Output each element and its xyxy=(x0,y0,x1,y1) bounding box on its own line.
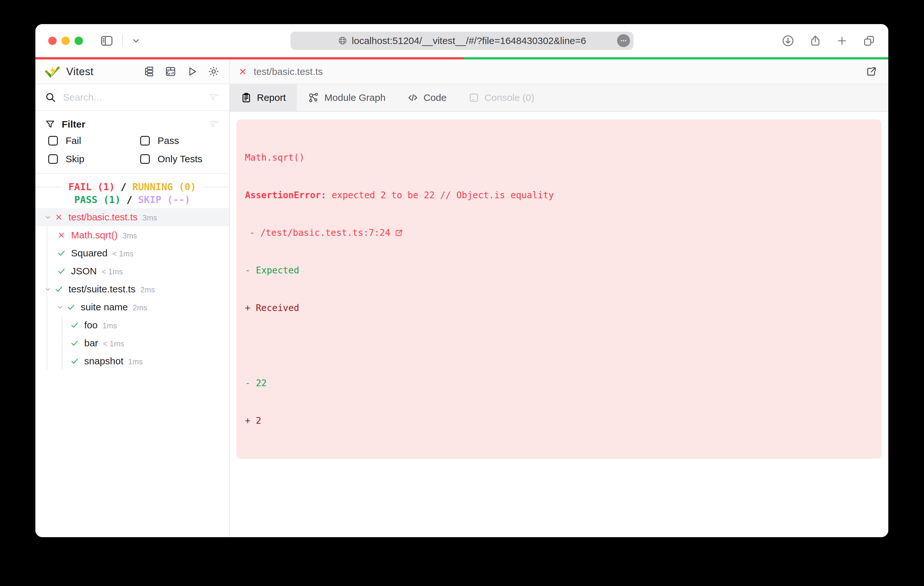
sidebar: Vitest Filter xyxy=(35,59,230,537)
tab-label: Module Graph xyxy=(324,92,386,103)
checkbox-label: Only Tests xyxy=(158,153,203,165)
pass-icon xyxy=(53,285,64,294)
run-all-tests-icon[interactable] xyxy=(186,66,198,77)
tab-overview-icon[interactable] xyxy=(863,35,875,47)
search-bar xyxy=(35,84,229,111)
tree-item-label: test/basic.test.ts xyxy=(68,212,138,223)
theme-toggle-icon[interactable] xyxy=(208,66,219,77)
downloads-icon[interactable] xyxy=(782,35,794,47)
traffic-lights xyxy=(48,37,83,45)
filter-option-only-tests[interactable]: Only Tests xyxy=(140,154,219,164)
close-window-button[interactable] xyxy=(48,37,56,45)
tree-item-json[interactable]: JSON < 1ms xyxy=(35,262,229,280)
test-tree: test/basic.test.ts 3ms Math.sqrt() 3ms S… xyxy=(35,208,229,537)
fail-checkbox[interactable] xyxy=(48,136,58,145)
fail-icon xyxy=(56,231,67,239)
clear-filter-icon[interactable] xyxy=(209,119,219,130)
tree-item-suite-test-file[interactable]: test/suite.test.ts 2ms xyxy=(35,280,229,298)
checkbox-label: Pass xyxy=(158,135,179,146)
ellipsis-icon[interactable] xyxy=(617,35,630,47)
stack-location[interactable]: - /test/basic.test.ts:7:24 xyxy=(249,227,390,239)
diff-blank-line xyxy=(245,339,873,352)
chevron-down-icon[interactable] xyxy=(131,36,141,46)
pass-icon xyxy=(69,339,80,347)
chevron-down-icon[interactable] xyxy=(43,213,53,221)
error-test-title: Math.sqrt() xyxy=(245,151,873,164)
tree-item-label: suite name xyxy=(81,302,128,313)
tree-item-basic-test-file[interactable]: test/basic.test.ts 3ms xyxy=(35,208,229,226)
dashboard-icon[interactable] xyxy=(165,66,177,77)
tree-item-foo[interactable]: foo 1ms xyxy=(35,316,229,334)
filter-option-skip[interactable]: Skip xyxy=(48,154,140,164)
filter-option-fail[interactable]: Fail xyxy=(48,136,140,146)
pass-icon xyxy=(69,321,80,330)
tree-item-snapshot[interactable]: snapshot 1ms xyxy=(35,352,229,370)
tree-item-bar[interactable]: bar < 1ms xyxy=(35,334,229,352)
search-input[interactable] xyxy=(63,92,209,103)
summary-line-1: FAIL (1) / RUNNING (0) xyxy=(35,180,229,193)
tree-item-label: Math.sqrt() xyxy=(71,230,118,240)
minimize-window-button[interactable] xyxy=(61,37,70,45)
tab-label: Console (0) xyxy=(485,92,535,103)
tree-item-duration: 1ms xyxy=(102,321,117,330)
tab-label: Code xyxy=(423,92,447,103)
url-text: localhost:51204/__vitest__/#/?file=16484… xyxy=(352,35,586,46)
pass-icon xyxy=(56,249,67,258)
sidebar-toggle-icon[interactable] xyxy=(100,34,114,48)
test-progress-bar xyxy=(35,57,888,59)
tab-module-graph[interactable]: Module Graph xyxy=(297,84,396,111)
chevron-down-icon[interactable] xyxy=(54,303,66,311)
filter-option-pass[interactable]: Pass xyxy=(140,136,219,146)
pass-icon xyxy=(66,303,76,312)
tree-item-duration: < 1ms xyxy=(112,249,134,258)
browser-toolbar: localhost:51204/__vitest__/#/?file=16484… xyxy=(35,24,888,57)
tree-view-toggle-icon[interactable] xyxy=(143,66,155,77)
chevron-down-icon[interactable] xyxy=(43,285,53,293)
tree-item-label: bar xyxy=(84,337,98,349)
diff-expected-label: - Expected xyxy=(245,264,873,277)
code-icon xyxy=(408,92,418,103)
filter-title: Filter xyxy=(62,119,85,130)
address-bar[interactable]: localhost:51204/__vitest__/#/?file=16484… xyxy=(290,31,634,50)
pass-count: PASS (1) xyxy=(74,194,121,205)
running-count: RUNNING (0) xyxy=(132,181,196,193)
tree-item-duration: 2ms xyxy=(140,285,155,294)
tree-item-label: test/suite.test.ts xyxy=(68,284,135,295)
search-icon xyxy=(45,92,56,103)
new-tab-icon[interactable] xyxy=(836,35,848,46)
diff-expected-value: - 22 xyxy=(245,377,873,389)
pass-checkbox[interactable] xyxy=(140,136,150,145)
error-panel: Math.sqrt() AssertionError: expected 2 t… xyxy=(236,120,881,459)
tree-item-math-sqrt[interactable]: Math.sqrt() 3ms xyxy=(35,226,229,244)
pass-icon xyxy=(69,357,80,365)
tab-console[interactable]: Console (0) xyxy=(457,84,545,111)
progress-fail-segment xyxy=(35,57,464,59)
fail-count: FAIL (1) xyxy=(68,181,115,193)
tree-item-label: JSON xyxy=(71,266,97,277)
tab-code[interactable]: Code xyxy=(396,84,457,111)
tree-item-squared[interactable]: Squared < 1ms xyxy=(35,244,229,262)
tab-report[interactable]: Report xyxy=(230,84,297,111)
pass-icon xyxy=(56,267,67,276)
open-in-editor-icon[interactable] xyxy=(865,66,878,78)
clear-filter-icon[interactable] xyxy=(209,92,219,103)
zoom-window-button[interactable] xyxy=(74,37,83,45)
tree-item-label: Squared xyxy=(71,248,107,258)
toolbar-divider xyxy=(122,35,123,47)
vitest-logo-icon xyxy=(45,64,60,79)
error-stack-line: - /test/basic.test.ts:7:24 xyxy=(245,227,873,239)
share-icon[interactable] xyxy=(809,35,822,47)
open-in-editor-icon[interactable] xyxy=(394,229,403,237)
fail-icon xyxy=(238,67,247,76)
console-icon xyxy=(469,92,479,103)
open-file-header: test/basic.test.ts xyxy=(230,59,888,84)
skip-checkbox[interactable] xyxy=(48,154,58,164)
tree-item-suite-name[interactable]: suite name 2ms xyxy=(35,298,229,316)
sidebar-header: Vitest xyxy=(35,59,229,84)
funnel-icon xyxy=(45,119,55,130)
diff-received-value: + 2 xyxy=(245,415,873,427)
only-tests-checkbox[interactable] xyxy=(140,154,150,164)
globe-icon xyxy=(338,36,347,46)
tree-item-duration: < 1ms xyxy=(102,267,123,276)
summary-line-2: PASS (1) / SKIP (--) xyxy=(35,193,229,206)
